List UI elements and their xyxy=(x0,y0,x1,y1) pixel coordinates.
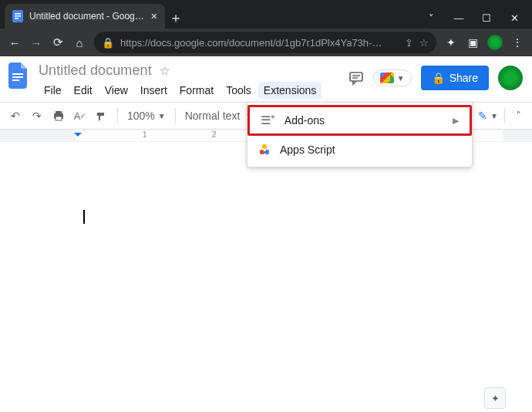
submenu-arrow-icon: ▶ xyxy=(453,116,459,126)
title-bar: Untitled document - Google Docs × ＋ ˅ ― … xyxy=(0,0,532,29)
address-bar: ← → ⟳ ⌂ 🔒 https://docs.google.com/docume… xyxy=(0,29,532,56)
pencil-icon: ✎ xyxy=(478,110,487,122)
menu-file[interactable]: File xyxy=(39,82,67,99)
lock-icon: 🔒 xyxy=(102,37,114,49)
docs-logo-icon[interactable] xyxy=(6,62,31,93)
svg-rect-5 xyxy=(12,76,23,78)
ruler-mark-2: 2 xyxy=(212,130,217,139)
explore-button[interactable]: ✦ xyxy=(484,387,506,409)
apps-script-label: Apps Script xyxy=(280,144,335,156)
minimize-icon[interactable]: ― xyxy=(452,12,466,24)
profile-avatar-icon[interactable] xyxy=(487,35,503,50)
menu-view[interactable]: View xyxy=(99,82,133,99)
redo-icon[interactable]: ↷ xyxy=(28,106,46,125)
maximize-icon[interactable]: ☐ xyxy=(480,12,493,24)
ruler-right-margin xyxy=(503,130,532,141)
text-cursor xyxy=(83,210,85,224)
window-controls: ˅ ― ☐ ✕ xyxy=(424,12,532,29)
workspace: ✦ xyxy=(0,142,532,412)
svg-rect-4 xyxy=(12,73,23,75)
omnibox[interactable]: 🔒 https://docs.google.com/document/d/1gb… xyxy=(94,32,436,53)
menu-insert[interactable]: Insert xyxy=(135,82,173,99)
forward-icon: → xyxy=(29,36,43,49)
editing-mode-button[interactable]: ✎▼ xyxy=(478,110,498,122)
addons-icon: ☰+ xyxy=(261,113,275,127)
extensions-dropdown: ☰+ Add-ons ▶ Apps Script xyxy=(247,102,473,167)
share-label: Share xyxy=(450,72,478,84)
url-text: https://docs.google.com/document/d/1gb7r… xyxy=(120,37,399,49)
side-panel-icon[interactable]: ▣ xyxy=(466,36,480,49)
style-value: Normal text xyxy=(185,110,241,122)
apps-script-icon xyxy=(258,144,271,156)
browser-tab[interactable]: Untitled document - Google Docs × xyxy=(5,4,165,29)
close-window-icon[interactable]: ✕ xyxy=(507,12,521,24)
paint-format-icon[interactable] xyxy=(93,106,111,125)
menu-bar: File Edit View Insert Format Tools Exten… xyxy=(39,82,341,99)
document-title[interactable]: Untitled document xyxy=(39,62,152,79)
menu-edit[interactable]: Edit xyxy=(69,82,98,99)
docs-header: Untitled document ☆ File Edit View Inser… xyxy=(0,56,532,99)
share-button[interactable]: 🔒 Share xyxy=(421,66,489,90)
svg-rect-2 xyxy=(15,15,21,17)
document-page[interactable] xyxy=(6,142,512,397)
indent-marker-icon[interactable] xyxy=(74,133,82,140)
menu-item-apps-script[interactable]: Apps Script xyxy=(247,137,472,162)
back-icon[interactable]: ← xyxy=(8,36,22,49)
explore-icon: ✦ xyxy=(491,393,500,404)
lock-icon: 🔒 xyxy=(432,72,445,84)
undo-icon[interactable]: ↶ xyxy=(6,106,25,125)
share-url-icon[interactable]: ⇪ xyxy=(405,37,413,49)
close-tab-icon[interactable]: × xyxy=(151,10,157,22)
menu-tools[interactable]: Tools xyxy=(221,82,257,99)
ruler-mark-1: 1 xyxy=(143,130,147,139)
meet-icon xyxy=(380,73,394,83)
docs-favicon xyxy=(12,10,23,22)
ruler-left-margin xyxy=(0,130,76,141)
browser-chrome: Untitled document - Google Docs × ＋ ˅ ― … xyxy=(0,0,532,56)
print-icon[interactable] xyxy=(49,106,68,125)
meet-button[interactable]: ▼ xyxy=(373,69,412,86)
collapse-toolbar-icon[interactable]: ˄ xyxy=(511,110,526,122)
svg-rect-1 xyxy=(15,13,21,15)
paragraph-style-select[interactable]: Normal text▼ xyxy=(182,110,255,122)
menu-item-addons[interactable]: ☰+ Add-ons ▶ xyxy=(247,105,472,136)
kebab-menu-icon[interactable]: ⋮ xyxy=(510,36,524,49)
zoom-select[interactable]: 100%▼ xyxy=(124,110,169,122)
account-avatar[interactable] xyxy=(498,66,523,90)
reload-icon[interactable]: ⟳ xyxy=(51,35,65,49)
chevron-down-icon[interactable]: ˅ xyxy=(424,12,438,24)
comments-icon[interactable] xyxy=(348,70,364,86)
svg-rect-12 xyxy=(56,117,62,120)
zoom-value: 100% xyxy=(127,110,155,122)
svg-rect-7 xyxy=(350,73,362,81)
spellcheck-icon[interactable]: A✓ xyxy=(71,106,89,125)
addons-label: Add-ons xyxy=(285,114,325,127)
svg-rect-6 xyxy=(12,79,19,81)
home-icon[interactable]: ⌂ xyxy=(72,36,86,49)
extensions-puzzle-icon[interactable]: ✦ xyxy=(444,36,458,49)
chevron-down-icon: ▼ xyxy=(397,74,405,83)
bookmark-star-icon[interactable]: ☆ xyxy=(419,37,429,49)
new-tab-button[interactable]: ＋ xyxy=(165,7,187,29)
star-icon[interactable]: ☆ xyxy=(160,64,170,78)
menu-format[interactable]: Format xyxy=(174,82,219,99)
svg-rect-11 xyxy=(56,111,62,113)
header-right: ▼ 🔒 Share xyxy=(348,62,523,90)
menu-extensions[interactable]: Extensions xyxy=(258,82,322,99)
svg-rect-3 xyxy=(15,18,19,19)
tab-title: Untitled document - Google Docs xyxy=(29,11,145,22)
